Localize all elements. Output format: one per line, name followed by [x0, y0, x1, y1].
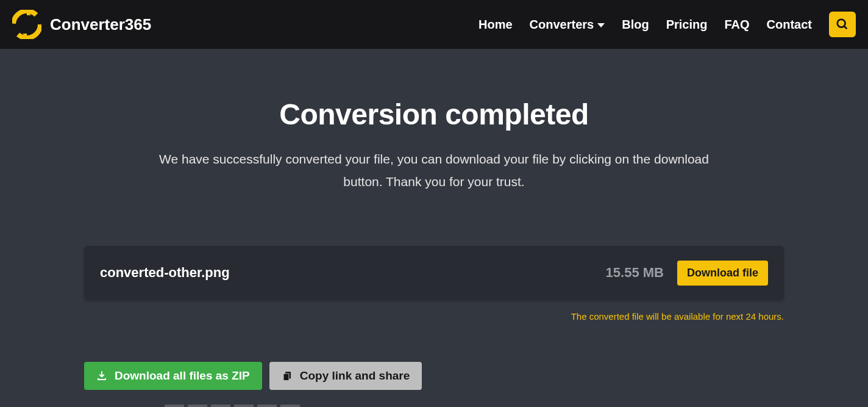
- main-content: Conversion completed We have successfull…: [0, 49, 868, 407]
- svg-point-1: [838, 20, 845, 27]
- download-file-button[interactable]: Download file: [677, 261, 768, 286]
- share-more[interactable]: +: [280, 405, 300, 408]
- copy-link-button[interactable]: Copy link and share: [269, 362, 422, 390]
- share-linkedin[interactable]: [165, 405, 184, 408]
- nav: Home Converters Blog Pricing FAQ Contact: [478, 12, 856, 37]
- download-zip-label: Download all files as ZIP: [115, 369, 250, 383]
- actions-row: Download all files as ZIP Copy link and …: [84, 362, 784, 390]
- share-row: Share your file: [84, 405, 784, 408]
- caret-down-icon: [597, 23, 605, 27]
- file-name: converted-other.png: [100, 265, 230, 281]
- download-icon: [96, 370, 107, 381]
- nav-home[interactable]: Home: [478, 18, 513, 32]
- page-title: Conversion completed: [0, 98, 868, 131]
- nav-converters-label: Converters: [530, 18, 594, 32]
- header: Converter365 Home Converters Blog Pricin…: [0, 0, 868, 49]
- search-icon: [836, 18, 849, 31]
- share-email[interactable]: [234, 405, 254, 408]
- nav-converters[interactable]: Converters: [530, 18, 605, 32]
- file-row: converted-other.png 15.55 MB Download fi…: [84, 246, 784, 300]
- logo[interactable]: Converter365: [12, 10, 151, 39]
- brand-name: Converter365: [50, 15, 151, 34]
- share-icons: +: [165, 405, 300, 408]
- share-whatsapp[interactable]: [211, 405, 230, 408]
- page-subtitle: We have successfully converted your file…: [154, 148, 714, 193]
- copy-icon: [282, 370, 293, 381]
- file-size: 15.55 MB: [606, 265, 664, 281]
- download-zip-button[interactable]: Download all files as ZIP: [84, 362, 262, 390]
- nav-faq[interactable]: FAQ: [724, 18, 749, 32]
- expiry-note: The converted file will be available for…: [84, 311, 784, 322]
- svg-line-2: [844, 26, 847, 29]
- share-skype[interactable]: [257, 405, 277, 408]
- nav-pricing[interactable]: Pricing: [666, 18, 708, 32]
- nav-blog[interactable]: Blog: [622, 18, 649, 32]
- file-row-right: 15.55 MB Download file: [606, 261, 768, 286]
- share-twitter[interactable]: [188, 405, 207, 408]
- copy-link-label: Copy link and share: [300, 369, 410, 383]
- nav-contact[interactable]: Contact: [767, 18, 812, 32]
- search-button[interactable]: [829, 12, 856, 37]
- logo-icon: [12, 10, 41, 39]
- svg-rect-4: [283, 373, 289, 380]
